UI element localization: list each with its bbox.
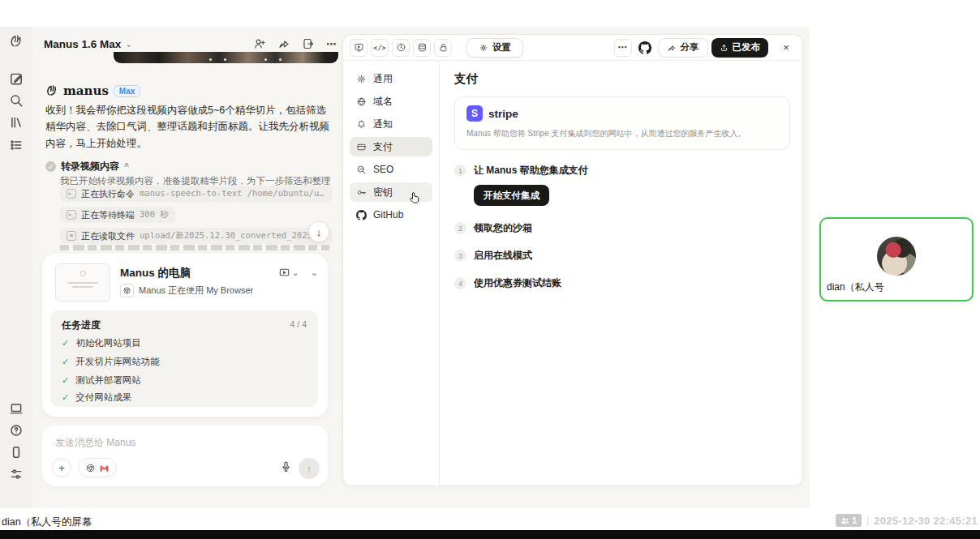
tasks-icon[interactable] <box>9 138 24 152</box>
tool-label: 正在执行命令 <box>81 188 135 200</box>
mobile-icon[interactable] <box>9 445 24 460</box>
gear-icon <box>479 43 488 53</box>
progress-item: ✓ 开发切片库网站功能 <box>62 356 160 368</box>
github-button[interactable] <box>635 38 655 58</box>
preferences-sliders-icon[interactable] <box>9 467 24 481</box>
export-icon[interactable] <box>302 37 315 50</box>
library-icon[interactable] <box>9 115 24 130</box>
globe-icon <box>356 96 367 107</box>
start-payment-integration-button[interactable]: 开始支付集成 <box>474 185 549 206</box>
published-button[interactable]: 已发布 <box>711 38 769 58</box>
browser-icon <box>120 284 134 297</box>
recording-watermark: 1 | 2025-12-30 22:45:21 <box>836 514 978 527</box>
secrets-lock-button[interactable] <box>434 39 452 57</box>
progress-item: ✓ 交付网站成果 <box>62 391 131 404</box>
left-rail <box>0 27 32 508</box>
chat-title[interactable]: Manus 1.6 Max ⌄ <box>44 38 133 50</box>
viewers-icon <box>840 516 849 525</box>
composer-input[interactable]: 发送消息给 Manus <box>55 436 135 450</box>
share-site-button[interactable]: 分享 <box>658 38 708 58</box>
search-icon <box>356 165 367 175</box>
terminal-icon: >_ <box>67 210 76 220</box>
monitor-toggle-icon[interactable]: ⌄ <box>278 267 299 279</box>
check-icon: ✓ <box>62 392 69 403</box>
shared-screen-label: dian（私人号的屏幕 <box>2 515 92 529</box>
check-icon: ✓ <box>62 357 69 367</box>
workspace-panel: </> 设置 ⋯ 分享 <box>342 34 803 486</box>
computer-status: Manus 正在使用 My Browser <box>139 284 253 297</box>
browser-icon <box>85 463 96 473</box>
stripe-card: S stripe Manus 帮助您将 Stripe 支付集成到您的网站中，从而… <box>454 96 790 150</box>
nav-item-github[interactable]: GitHub <box>350 205 432 225</box>
arrow-down-icon: ↓ <box>316 226 322 238</box>
share-chat-icon[interactable] <box>277 37 290 50</box>
share-icon <box>667 43 677 53</box>
nav-item-seo[interactable]: SEO <box>350 160 432 179</box>
mic-icon[interactable] <box>280 460 292 473</box>
close-panel-button[interactable]: × <box>776 38 796 58</box>
tool-label: 正在读取文件 <box>81 230 135 242</box>
panel-more-button[interactable]: ⋯ <box>614 39 632 57</box>
plus-icon: + <box>58 462 65 474</box>
tool-call-command[interactable]: >_ 正在执行命令 manus-speech-to-text /home/ubu… <box>60 186 333 202</box>
new-chat-icon[interactable] <box>9 71 24 86</box>
chevron-down-icon: ⌄ <box>125 39 132 49</box>
payment-step: 4 使用优惠券测试结账 <box>454 276 788 290</box>
settings-main: 支付 S stripe Manus 帮助您将 Stripe 支付集成到您的网站中… <box>440 62 802 486</box>
nav-item-domain[interactable]: 域名 <box>350 92 432 111</box>
more-options-icon[interactable]: ⋯ <box>326 38 337 50</box>
database-view-button[interactable] <box>413 39 431 57</box>
manus-avatar-icon <box>45 84 58 97</box>
attach-button[interactable]: + <box>52 458 71 477</box>
arrow-up-icon: ↑ <box>307 463 312 475</box>
close-icon: × <box>783 41 789 53</box>
invite-user-icon[interactable] <box>253 37 266 50</box>
panel-toolbar: </> 设置 ⋯ 分享 <box>343 35 802 61</box>
webcam-tile[interactable]: dian（私人号 <box>819 217 974 302</box>
github-icon <box>356 210 367 220</box>
manus-computer-card[interactable]: Manus 的电脑 Manus 正在使用 My Browser ⌄ ⌄ 任务进度… <box>42 254 328 417</box>
section-title: 转录视频内容 <box>61 160 119 173</box>
check-icon: ✓ <box>62 375 69 386</box>
scroll-to-bottom-button[interactable]: ↓ <box>308 221 329 242</box>
screen-thumbnail[interactable] <box>55 263 110 302</box>
history-view-button[interactable] <box>392 39 410 57</box>
code-view-button[interactable]: </> <box>371 39 389 57</box>
computer-icon[interactable] <box>9 401 24 416</box>
payment-step: 2 领取您的沙箱 <box>454 221 788 235</box>
chat-title-text: Manus 1.6 Max <box>44 38 121 50</box>
preview-view-button[interactable] <box>350 39 368 57</box>
bottom-bar <box>0 530 980 539</box>
page-title: 支付 <box>454 71 788 87</box>
collapse-card-icon[interactable]: ⌄ <box>311 267 318 278</box>
settings-tab-button[interactable]: 设置 <box>466 38 523 58</box>
connected-apps-pill[interactable] <box>78 458 117 477</box>
stripe-wordmark: stripe <box>488 108 518 120</box>
code-icon: </> <box>373 44 385 52</box>
computer-card-title: Manus 的电脑 <box>120 266 191 280</box>
manus-logo-icon[interactable] <box>9 34 24 49</box>
task-progress-card: 任务进度 4 / 4 ✓ 初始化网站项目 ✓ 开发切片库网站功能 ✓ 测试并部署… <box>50 310 318 407</box>
tool-call-wait[interactable]: >_ 正在等待终端 300 秒 <box>60 207 175 223</box>
tool-detail: manus-speech-to-text /home/ubuntu/upload… <box>140 188 326 199</box>
avatar <box>877 237 916 276</box>
check-icon: ✓ <box>62 338 69 349</box>
separator: | <box>866 515 869 526</box>
tool-detail: upload/新2025.12.30_converted_20251230_09… <box>140 230 326 242</box>
send-button[interactable]: ↑ <box>299 458 320 479</box>
tool-section-header[interactable]: ✓ 转录视频内容 ^ <box>45 160 129 173</box>
tool-call-read-file[interactable]: ≡ 正在读取文件 upload/新2025.12.30_converted_20… <box>60 228 333 244</box>
nav-item-payments[interactable]: 支付 <box>350 137 432 156</box>
payment-step: 1 让 Manus 帮助您集成支付 <box>454 164 788 178</box>
search-icon[interactable] <box>9 93 24 108</box>
chat-panel: Manus 1.6 Max ⌄ ⋯ manus Max <box>32 27 342 508</box>
key-icon <box>356 187 367 198</box>
help-icon[interactable] <box>9 423 24 438</box>
assistant-message: 收到！我会帮你把这段视频内容做成5~6个精华切片，包括筛选精华内容、去除口气词、… <box>45 102 334 152</box>
sender-name: manus <box>63 83 109 98</box>
settings-label: 设置 <box>492 41 511 53</box>
nav-item-notifications[interactable]: 通知 <box>350 114 432 134</box>
user-video-attachment[interactable] <box>114 52 338 63</box>
app-window: Manus 1.6 Max ⌄ ⋯ manus Max <box>0 27 810 508</box>
nav-item-general[interactable]: 通用 <box>350 69 432 88</box>
